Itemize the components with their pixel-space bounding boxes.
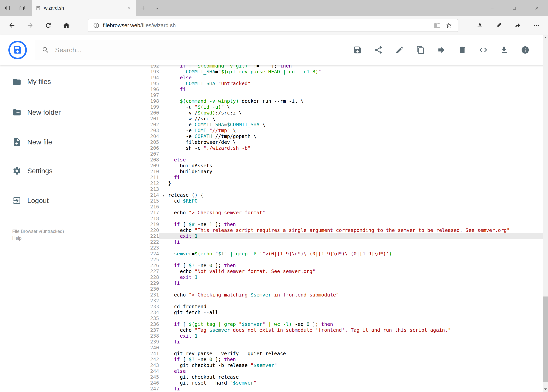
code-line[interactable]: 230 — [126, 286, 543, 292]
new-tab-button[interactable] — [136, 0, 150, 16]
code-line[interactable]: 240 — [126, 345, 543, 351]
code-line[interactable]: 223 — [126, 245, 543, 251]
code-line[interactable]: 222 fi — [126, 239, 543, 245]
code-line[interactable]: 207 — [126, 151, 543, 157]
code-line[interactable]: 235 — [126, 315, 543, 321]
code-line[interactable]: 236 if [ $(git tag | grep "$semver" | wc… — [126, 321, 543, 327]
hub-favorites-button[interactable] — [470, 18, 489, 33]
sidebar-item-new-file[interactable]: New file — [0, 133, 126, 151]
copy-button[interactable] — [416, 45, 425, 54]
web-notes-pen-button[interactable] — [489, 18, 508, 33]
code-line[interactable]: 204 -e GOPATH=//tmp/gopath \ — [126, 133, 543, 139]
code-line[interactable]: 247 fi — [126, 386, 543, 392]
window-minimize-button[interactable] — [481, 0, 503, 16]
code-editor[interactable]: 192 if [ "$(command -v git)" != "" ]; th… — [126, 65, 543, 392]
code-line[interactable]: 231 echo "> Checking matching $semver in… — [126, 292, 543, 298]
code-line[interactable]: 209 buildAssets — [126, 163, 543, 169]
delete-button[interactable] — [458, 45, 467, 54]
code-line[interactable]: 213 — [126, 186, 543, 192]
code-line[interactable]: 232 — [126, 298, 543, 304]
sidebar-item-new-folder[interactable]: New folder — [0, 103, 126, 121]
code-line[interactable]: 194 else — [126, 75, 543, 81]
code-line[interactable]: 216 — [126, 204, 543, 210]
code-line[interactable]: 227 echo "Not valid semver format. See s… — [126, 268, 543, 274]
code-line[interactable]: 244 else — [126, 368, 543, 374]
code-line[interactable]: 195 COMMIT_SHA="untracked" — [126, 81, 543, 86]
code-line[interactable]: 218 — [126, 216, 543, 222]
back-button[interactable] — [3, 18, 21, 33]
code-line[interactable]: 226 if [ $? -ne 0 ]; then — [126, 263, 543, 268]
tab-preview-chevron-icon[interactable] — [150, 0, 164, 16]
code-line[interactable]: 210 buildBinary — [126, 169, 543, 175]
save-button[interactable] — [353, 45, 362, 54]
code-line[interactable]: 214▾release () { — [126, 192, 543, 198]
scrollbar-thumb[interactable] — [543, 296, 548, 382]
browser-tab[interactable]: wizard.sh — [32, 0, 136, 16]
search-box[interactable] — [35, 40, 230, 60]
code-line[interactable]: 243 git checkout -b release "$semver" — [126, 363, 543, 368]
code-line[interactable]: 202 -e COMMIT_SHA=$COMMIT_SHA \ — [126, 122, 543, 128]
window-close-button[interactable] — [526, 0, 548, 16]
window-maximize-button[interactable] — [503, 0, 526, 16]
refresh-button[interactable] — [39, 18, 57, 33]
rename-pencil-button[interactable] — [395, 45, 404, 54]
download-button[interactable] — [500, 45, 509, 54]
code-line[interactable]: 228 exit 1 — [126, 274, 543, 280]
code-line[interactable]: 196 fi — [126, 86, 543, 92]
code-line[interactable]: 225 — [126, 257, 543, 263]
code-line[interactable]: 239 fi — [126, 339, 543, 345]
code-line[interactable]: 203 -e HOME="//tmp" \ — [126, 128, 543, 133]
code-line[interactable]: 221 exit 1 — [126, 233, 543, 239]
address-bar[interactable]: filebrowser.web/files/wizard.sh — [88, 19, 458, 32]
code-line[interactable]: 198 $(command -v winpty) docker run --rm… — [126, 98, 543, 104]
site-info-icon[interactable] — [91, 22, 102, 28]
home-button[interactable] — [57, 18, 76, 33]
favorite-star-icon[interactable] — [443, 22, 455, 29]
code-line[interactable]: 237 echo "Tag $semver does not exist in … — [126, 327, 543, 333]
help-link[interactable]: Help — [12, 235, 126, 242]
code-line[interactable]: 201 -w //src \ — [126, 116, 543, 122]
code-line[interactable]: 224 semver=$(echo "$1" | grep -P '^v(0|[… — [126, 251, 543, 257]
set-tabs-aside-button[interactable] — [0, 0, 15, 16]
code-line[interactable]: 199 -u "$(id -u)" \ — [126, 104, 543, 110]
search-input[interactable] — [54, 46, 209, 54]
code-line[interactable]: 233 cd frontend — [126, 304, 543, 310]
fold-marker-icon[interactable]: ▾ — [159, 193, 168, 198]
forward-button[interactable] — [21, 18, 39, 33]
code-line[interactable]: 215 cd $REPO — [126, 198, 543, 204]
code-line[interactable]: 200 -v /$(pwd):/src:z \ — [126, 110, 543, 116]
share-file-button[interactable] — [374, 45, 383, 54]
code-line[interactable]: 192 if [ "$(command -v git)" != "" ]; th… — [126, 65, 543, 69]
code-line[interactable]: 241 git rev-parse --verify --quiet relea… — [126, 351, 543, 357]
scrollbar-up-arrow-icon[interactable] — [543, 35, 548, 40]
sidebar-item-settings[interactable]: Settings — [0, 162, 126, 180]
browser-menu-ellipsis-button[interactable] — [527, 18, 546, 33]
code-line[interactable]: 206 sh -c "./wizard.sh -b" — [126, 145, 543, 151]
tabs-preview-button[interactable] — [15, 0, 29, 16]
code-line[interactable]: 234 git fetch --all — [126, 310, 543, 315]
code-line[interactable]: 197 — [126, 92, 543, 98]
code-line[interactable]: 212} — [126, 181, 543, 186]
code-line[interactable]: 205 filebrowser/dev \ — [126, 139, 543, 145]
raw-code-button[interactable] — [479, 45, 488, 54]
code-line[interactable]: 219 if [ $# -ne 1 ]; then — [126, 222, 543, 227]
code-line[interactable]: 238 exit 1 — [126, 333, 543, 339]
code-line[interactable]: 245 git checkout release — [126, 374, 543, 380]
code-line[interactable]: 242 if [ $? -ne 0 ]; then — [126, 357, 543, 363]
share-button[interactable] — [508, 18, 527, 33]
info-button[interactable] — [521, 45, 530, 54]
code-line[interactable]: 193 COMMIT_SHA="$(git rev-parse HEAD | c… — [126, 69, 543, 75]
move-button[interactable] — [437, 45, 446, 54]
code-line[interactable]: 246 git reset --hard "$semver" — [126, 380, 543, 386]
tab-close-button[interactable] — [125, 4, 133, 12]
sidebar-item-logout[interactable]: Logout — [0, 192, 126, 210]
code-line[interactable]: 211 fi — [126, 175, 543, 181]
code-line[interactable]: 208 else — [126, 157, 543, 163]
code-line[interactable]: 229 fi — [126, 280, 543, 286]
code-line[interactable]: 217 echo "> Checking semver format" — [126, 210, 543, 216]
page-scrollbar[interactable] — [543, 35, 548, 392]
reading-view-icon[interactable] — [431, 22, 443, 29]
scrollbar-down-arrow-icon[interactable] — [543, 387, 548, 392]
code-line[interactable]: 220 echo "This release script requires a… — [126, 227, 543, 233]
sidebar-item-my-files[interactable]: My files — [0, 73, 126, 91]
